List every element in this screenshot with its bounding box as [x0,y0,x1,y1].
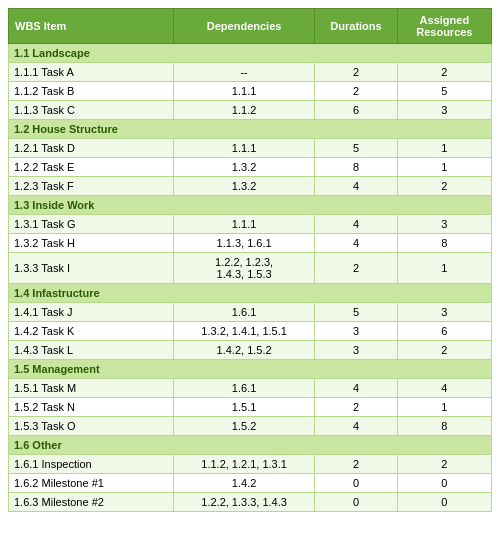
section-label: 1.4 Infastructure [9,284,492,303]
table-row: 1.6.1 Inspection1.1.2, 1.2.1, 1.3.122 [9,455,492,474]
dep-cell: 1.4.2, 1.5.2 [173,341,314,360]
table-row: 1.3.1 Task G1.1.143 [9,215,492,234]
wbs-cell: 1.2.3 Task F [9,177,174,196]
table-row: 1.5.2 Task N1.5.121 [9,398,492,417]
table-row: 1.6.3 Milestone #21.2.2, 1.3.3, 1.4.300 [9,493,492,512]
dep-cell: 1.6.1 [173,303,314,322]
res-cell: 1 [397,253,491,284]
dur-cell: 4 [315,417,397,436]
dur-cell: 2 [315,253,397,284]
table-row: 1.2.3 Task F1.3.242 [9,177,492,196]
res-cell: 8 [397,234,491,253]
res-cell: 6 [397,322,491,341]
dur-cell: 4 [315,234,397,253]
table-row: 1.1.1 Task A--22 [9,63,492,82]
wbs-cell: 1.4.1 Task J [9,303,174,322]
wbs-cell: 1.5.2 Task N [9,398,174,417]
dur-cell: 0 [315,474,397,493]
res-cell: 2 [397,63,491,82]
header-res: Assigned Resources [397,9,491,44]
wbs-cell: 1.1.3 Task C [9,101,174,120]
table-row: 1.3.2 Task H1.1.3, 1.6.148 [9,234,492,253]
res-cell: 3 [397,101,491,120]
wbs-cell: 1.1.1 Task A [9,63,174,82]
res-cell: 2 [397,177,491,196]
res-cell: 1 [397,158,491,177]
table-row: 1.5.3 Task O1.5.248 [9,417,492,436]
header-dur: Durations [315,9,397,44]
table-row: 1.4.2 Task K1.3.2, 1.4.1, 1.5.136 [9,322,492,341]
wbs-cell: 1.1.2 Task B [9,82,174,101]
wbs-cell: 1.4.2 Task K [9,322,174,341]
wbs-cell: 1.5.3 Task O [9,417,174,436]
dep-cell: 1.1.1 [173,215,314,234]
res-cell: 4 [397,379,491,398]
section-label: 1.5 Management [9,360,492,379]
res-cell: 3 [397,303,491,322]
dep-cell: 1.3.2 [173,158,314,177]
wbs-table: WBS Item Dependencies Durations Assigned… [8,8,492,512]
res-cell: 2 [397,341,491,360]
section-label: 1.2 House Structure [9,120,492,139]
table-row: 1.2.1 Task D1.1.151 [9,139,492,158]
dur-cell: 2 [315,82,397,101]
section-label: 1.3 Inside Work [9,196,492,215]
wbs-cell: 1.6.3 Milestone #2 [9,493,174,512]
res-cell: 1 [397,139,491,158]
dur-cell: 4 [315,215,397,234]
dep-cell: 1.3.2 [173,177,314,196]
dur-cell: 6 [315,101,397,120]
table-row: 1.2.2 Task E1.3.281 [9,158,492,177]
dep-cell: 1.1.1 [173,82,314,101]
dur-cell: 4 [315,379,397,398]
dur-cell: 2 [315,398,397,417]
dur-cell: 0 [315,493,397,512]
section-row: 1.4 Infastructure [9,284,492,303]
res-cell: 0 [397,474,491,493]
dep-cell: 1.3.2, 1.4.1, 1.5.1 [173,322,314,341]
dep-cell: 1.6.1 [173,379,314,398]
table-row: 1.1.3 Task C1.1.263 [9,101,492,120]
section-row: 1.1 Landscape [9,44,492,63]
wbs-cell: 1.3.2 Task H [9,234,174,253]
dur-cell: 2 [315,63,397,82]
dep-cell: 1.1.2, 1.2.1, 1.3.1 [173,455,314,474]
wbs-cell: 1.2.1 Task D [9,139,174,158]
dep-cell: 1.5.1 [173,398,314,417]
res-cell: 5 [397,82,491,101]
dep-cell: 1.1.2 [173,101,314,120]
res-cell: 3 [397,215,491,234]
header-wbs: WBS Item [9,9,174,44]
table-row: 1.1.2 Task B1.1.125 [9,82,492,101]
dur-cell: 2 [315,455,397,474]
res-cell: 2 [397,455,491,474]
dur-cell: 3 [315,341,397,360]
wbs-cell: 1.5.1 Task M [9,379,174,398]
dep-cell: 1.4.2 [173,474,314,493]
table-row: 1.3.3 Task I1.2.2, 1.2.3,1.4.3, 1.5.321 [9,253,492,284]
section-row: 1.6 Other [9,436,492,455]
dep-cell: 1.2.2, 1.2.3,1.4.3, 1.5.3 [173,253,314,284]
dur-cell: 3 [315,322,397,341]
res-cell: 0 [397,493,491,512]
dur-cell: 5 [315,139,397,158]
wbs-cell: 1.4.3 Task L [9,341,174,360]
dur-cell: 4 [315,177,397,196]
wbs-cell: 1.2.2 Task E [9,158,174,177]
dep-cell: 1.1.3, 1.6.1 [173,234,314,253]
dep-cell: 1.5.2 [173,417,314,436]
wbs-cell: 1.3.1 Task G [9,215,174,234]
dep-cell: 1.2.2, 1.3.3, 1.4.3 [173,493,314,512]
section-row: 1.2 House Structure [9,120,492,139]
header-dep: Dependencies [173,9,314,44]
table-row: 1.4.1 Task J1.6.153 [9,303,492,322]
table-row: 1.5.1 Task M1.6.144 [9,379,492,398]
wbs-cell: 1.6.2 Milestone #1 [9,474,174,493]
res-cell: 1 [397,398,491,417]
dur-cell: 5 [315,303,397,322]
wbs-cell: 1.6.1 Inspection [9,455,174,474]
dep-cell: 1.1.1 [173,139,314,158]
table-row: 1.6.2 Milestone #11.4.200 [9,474,492,493]
section-label: 1.6 Other [9,436,492,455]
res-cell: 8 [397,417,491,436]
